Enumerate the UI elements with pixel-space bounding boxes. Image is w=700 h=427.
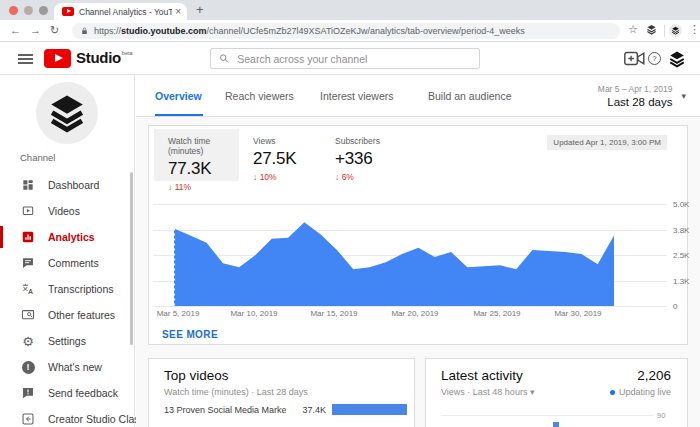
search-input[interactable] — [237, 53, 471, 65]
down-arrow-icon: ↓ — [335, 172, 339, 182]
channel-search[interactable] — [210, 48, 480, 69]
sidebar: Channel Dashboard Videos Analytics — [0, 75, 135, 427]
sidebar-item-comments[interactable]: Comments — [0, 250, 135, 276]
whats-new-icon: ! — [20, 359, 36, 375]
top-video-bar-track — [332, 404, 407, 415]
y-tick: 0 — [673, 302, 677, 311]
date-range-picker[interactable]: Mar 5 – Apr 1, 2019 Last 28 days ▾ — [598, 75, 686, 117]
chevron-down-icon: ▾ — [681, 91, 686, 101]
watch-time-area-chart[interactable] — [174, 204, 614, 306]
url-text: https://studio.youtube.com/channel/UCfe5… — [94, 26, 525, 36]
sidebar-menu: Dashboard Videos Analytics Comments — [0, 172, 135, 427]
sidebar-item-dashboard[interactable]: Dashboard — [0, 172, 135, 198]
views-delta: ↓ 10% — [253, 172, 321, 182]
videos-icon — [20, 203, 36, 219]
gridline — [153, 306, 667, 307]
chevron-down-icon: ▾ — [530, 387, 535, 397]
latest-activity-title: Latest activity — [441, 368, 523, 383]
sidebar-scrollbar[interactable] — [130, 172, 133, 345]
window-maximize-button[interactable] — [39, 6, 48, 15]
search-icon — [219, 53, 229, 64]
svg-text:A: A — [28, 288, 33, 295]
x-tick: Mar 25, 2019 — [473, 309, 520, 318]
sidebar-item-creator-studio-classic[interactable]: Creator Studio Classic — [0, 406, 135, 427]
extension-layers-icon[interactable] — [646, 24, 657, 37]
back-icon[interactable]: ← — [10, 24, 21, 36]
metric-subscribers[interactable]: Subscribers +336 ↓ 6% — [321, 129, 403, 181]
window-close-button[interactable] — [9, 6, 18, 15]
analytics-tabbar: Overview Reach viewers Interest viewers … — [136, 75, 700, 117]
x-tick: Mar 5, 2019 — [157, 309, 200, 318]
subscribers-delta: ↓ 6% — [335, 172, 403, 182]
browser-tab[interactable]: Channel Analytics - YouTube S × — [54, 3, 187, 20]
analytics-icon — [20, 229, 36, 245]
see-more-link[interactable]: SEE MORE — [162, 329, 218, 340]
transcriptions-icon: A — [20, 281, 36, 297]
channel-avatar[interactable] — [36, 82, 98, 144]
send-feedback-icon — [20, 385, 36, 401]
metric-watch-time[interactable]: Watch time (minutes) 77.3K ↓ 11% — [154, 129, 239, 181]
bookmark-star-icon[interactable]: ☆ — [628, 23, 638, 36]
x-tick: Mar 15, 2019 — [310, 309, 357, 318]
tab-reach-viewers[interactable]: Reach viewers — [225, 75, 294, 117]
x-tick: Mar 20, 2019 — [391, 309, 438, 318]
browser-toolbar: ← → ↻ https://studio.youtube.com/channel… — [0, 20, 700, 42]
y-tick: 2.5K — [673, 251, 689, 260]
beta-badge: beta — [122, 50, 133, 56]
sidebar-item-transcriptions[interactable]: A Transcriptions — [0, 276, 135, 302]
hamburger-menu-icon[interactable] — [18, 54, 33, 64]
youtube-play-icon — [44, 49, 71, 68]
sidebar-item-send-feedback[interactable]: Send feedback — [0, 380, 135, 406]
tab-overview[interactable]: Overview — [155, 75, 202, 117]
updating-live-indicator: Updating live — [610, 387, 671, 397]
browser-profile-avatar[interactable] — [669, 24, 682, 37]
overview-card: Watch time (minutes) 77.3K ↓ 11% Views 2… — [148, 125, 688, 345]
sidebar-item-settings[interactable]: ⚙ Settings — [0, 328, 135, 354]
gridline — [441, 415, 653, 416]
tab-close-icon[interactable]: × — [175, 7, 181, 17]
down-arrow-icon: ↓ — [168, 182, 172, 192]
channel-label: Channel — [20, 152, 55, 163]
studio-logo[interactable]: Studio beta — [44, 49, 133, 68]
sidebar-item-other-features[interactable]: Other features — [0, 302, 135, 328]
sidebar-item-whats-new[interactable]: ! What's new — [0, 354, 135, 380]
lock-icon — [80, 26, 89, 36]
window-minimize-button[interactable] — [24, 6, 33, 15]
down-arrow-icon: ↓ — [253, 172, 257, 182]
date-preset-text: Last 28 days — [598, 96, 673, 108]
youtube-favicon-icon — [62, 7, 74, 16]
top-videos-subtitle: Watch time (minutes) · Last 28 days — [164, 387, 398, 397]
app-window: Channel Analytics - YouTube S × + ← → ↻ … — [0, 0, 700, 427]
create-video-icon[interactable] — [624, 51, 645, 70]
active-tab-underline — [155, 114, 203, 116]
tab-interest-viewers[interactable]: Interest viewers — [320, 75, 394, 117]
latest-activity-bar — [553, 422, 559, 427]
top-video-bar — [332, 404, 407, 415]
latest-activity-filter[interactable]: Views · Last 48 hours ▾ — [441, 387, 534, 397]
new-tab-button[interactable]: + — [196, 2, 204, 17]
sidebar-item-analytics[interactable]: Analytics — [0, 224, 135, 250]
tab-build-an-audience[interactable]: Build an audience — [428, 75, 511, 117]
live-dot-icon — [610, 390, 615, 395]
address-bar[interactable]: https://studio.youtube.com/channel/UCfe5… — [72, 23, 620, 39]
settings-gear-icon: ⚙ — [20, 333, 36, 349]
browser-tab-title: Channel Analytics - YouTube S — [79, 7, 172, 17]
forward-icon[interactable]: → — [30, 24, 41, 36]
y-tick: 90 — [657, 411, 665, 420]
top-video-row[interactable]: 13 Proven Social Media Marketing Tips f.… — [164, 404, 400, 415]
date-range-text: Mar 5 – Apr 1, 2019 — [598, 84, 673, 94]
browser-menu-icon[interactable]: ⋮ — [689, 23, 700, 36]
metric-views[interactable]: Views 27.5K ↓ 10% — [239, 129, 321, 181]
watch-time-delta: ↓ 11% — [168, 182, 239, 192]
account-avatar[interactable] — [668, 50, 686, 72]
sidebar-item-videos[interactable]: Videos — [0, 198, 135, 224]
other-features-icon — [20, 307, 36, 323]
dashboard-icon — [20, 177, 36, 193]
main-content: Overview Reach viewers Interest viewers … — [136, 75, 700, 427]
toolbar-divider — [664, 25, 665, 37]
help-icon[interactable]: ? — [648, 52, 661, 65]
comments-icon — [20, 255, 36, 271]
reload-icon[interactable]: ↻ — [50, 24, 59, 37]
x-tick: Mar 10, 2019 — [230, 309, 277, 318]
x-tick: Mar 30, 2019 — [554, 309, 601, 318]
